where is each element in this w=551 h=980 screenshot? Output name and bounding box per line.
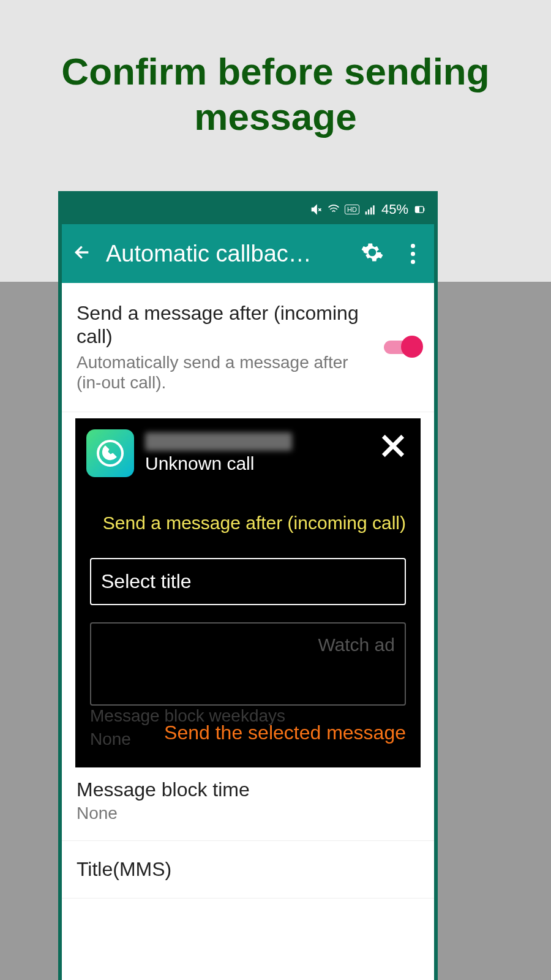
caller-number-blurred [145, 432, 292, 451]
page-title: Automatic callbac… [106, 241, 347, 267]
back-icon[interactable] [73, 243, 92, 265]
message-textarea[interactable]: Watch ad [90, 622, 406, 706]
dialog-header: Unknown call [75, 418, 421, 488]
dialog-heading: Send a message after (incoming call) [90, 513, 406, 533]
unknown-call-label: Unknown call [145, 453, 410, 474]
mute-icon [310, 203, 323, 216]
dialog-body: Send a message after (incoming call) Sel… [75, 488, 421, 767]
list-title-mms[interactable]: Title(MMS) [62, 841, 434, 899]
setting-subtitle: Automatically send a message after (in-o… [77, 352, 374, 393]
signal-icon [364, 203, 377, 216]
svg-rect-2 [370, 208, 372, 215]
select-title-dropdown[interactable]: Select title [90, 558, 406, 605]
list-subtitle: None [77, 804, 419, 823]
gear-icon[interactable] [361, 241, 384, 266]
svg-rect-0 [365, 211, 367, 214]
phone-frame: HD 45% Automatic callbac… Send a message… [58, 191, 438, 980]
hd-icon: HD [345, 205, 359, 214]
status-bar: HD 45% [62, 195, 434, 224]
bg-hidden-row-title: Message block weekdays [90, 706, 285, 726]
svg-rect-1 [368, 209, 370, 214]
list-title: Title(MMS) [77, 858, 419, 881]
content-area: Send a message after (incoming call) Aut… [62, 283, 434, 899]
svg-rect-5 [415, 206, 419, 213]
svg-rect-6 [424, 208, 425, 211]
setting-title: Send a message after (incoming call) [77, 301, 374, 349]
setting-toggle[interactable] [384, 341, 419, 354]
list-title: Message block time [77, 778, 419, 801]
promo-heading: Confirm before sending message [0, 0, 551, 177]
bg-hidden-row-sub: None [90, 729, 131, 749]
textarea-hint: Watch ad [318, 635, 395, 655]
svg-point-7 [98, 441, 122, 466]
confirm-dialog: Unknown call Send a message after (incom… [75, 418, 421, 767]
app-icon [86, 429, 134, 477]
wifi-icon [328, 203, 340, 216]
svg-rect-3 [373, 205, 375, 214]
app-bar: Automatic callbac… [62, 224, 434, 283]
battery-icon [413, 203, 425, 216]
more-icon[interactable] [410, 244, 416, 264]
battery-percent: 45% [381, 202, 408, 217]
close-icon[interactable] [377, 429, 410, 462]
list-message-block-time[interactable]: Message block time None [62, 761, 434, 841]
setting-send-after-call[interactable]: Send a message after (incoming call) Aut… [62, 283, 434, 412]
